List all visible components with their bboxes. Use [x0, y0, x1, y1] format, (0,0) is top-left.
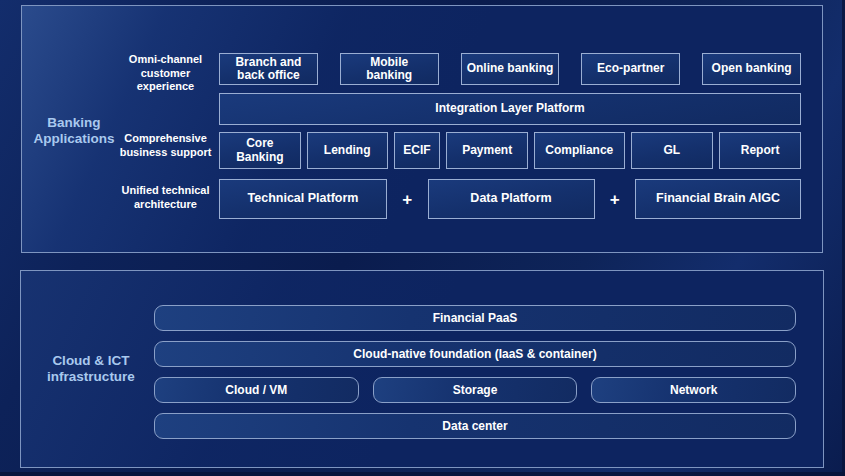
infra-cloud-vm: Cloud / VM [154, 377, 359, 403]
technical-architecture-row: Technical Platform + Data Platform + Fin… [219, 179, 801, 219]
business-support-row: Core Banking Lending ECIF Payment Compli… [219, 132, 801, 169]
app-mobile-banking: Mobile banking [340, 53, 439, 85]
infra-data-center: Data center [154, 413, 796, 439]
platform-financial-brain-aigc: Financial Brain AIGC [635, 179, 801, 219]
infrastructure-stack: Financial PaaS Cloud-native foundation (… [154, 305, 796, 439]
infra-storage: Storage [373, 377, 578, 403]
app-eco-partner: Eco-partner [581, 53, 680, 85]
app-compliance: Compliance [534, 132, 625, 169]
app-gl: GL [631, 132, 714, 169]
row-label-business-support: Comprehensive business support [118, 132, 213, 159]
infra-financial-paas: Financial PaaS [154, 305, 796, 331]
plus-icon: + [402, 191, 412, 208]
platform-data: Data Platform [428, 179, 595, 219]
bottom-edge [0, 472, 845, 476]
banking-applications-title: Banking Applications [22, 115, 126, 147]
platform-technical: Technical Platform [219, 179, 387, 219]
integration-layer-platform-bar: Integration Layer Platform [219, 93, 801, 125]
plus-gap: + [387, 179, 428, 219]
banking-applications-panel: Banking Applications Omni-channel custom… [21, 5, 823, 253]
row-label-omni-channel: Omni-channel customer experience [118, 53, 213, 94]
app-report: Report [719, 132, 801, 169]
infra-network: Network [591, 377, 796, 403]
infra-resources-row: Cloud / VM Storage Network [154, 377, 796, 403]
app-online-banking: Online banking [461, 53, 560, 85]
cloud-ict-panel: Cloud & ICT infrastructure Financial Paa… [20, 270, 824, 468]
row-label-technical-architecture: Unified technical architecture [118, 184, 213, 211]
omni-channel-row: Branch and back office Mobile banking On… [219, 53, 801, 85]
cloud-ict-title: Cloud & ICT infrastructure [21, 353, 161, 385]
app-lending: Lending [307, 132, 388, 169]
app-open-banking: Open banking [702, 53, 801, 85]
plus-icon: + [610, 191, 620, 208]
slide-background: Banking Applications Omni-channel custom… [0, 0, 845, 476]
app-payment: Payment [446, 132, 528, 169]
app-ecif: ECIF [394, 132, 441, 169]
app-core-banking: Core Banking [219, 132, 301, 169]
infra-cloud-native-foundation: Cloud-native foundation (IaaS & containe… [154, 341, 796, 367]
plus-gap: + [595, 179, 636, 219]
app-branch-back-office: Branch and back office [219, 53, 318, 85]
